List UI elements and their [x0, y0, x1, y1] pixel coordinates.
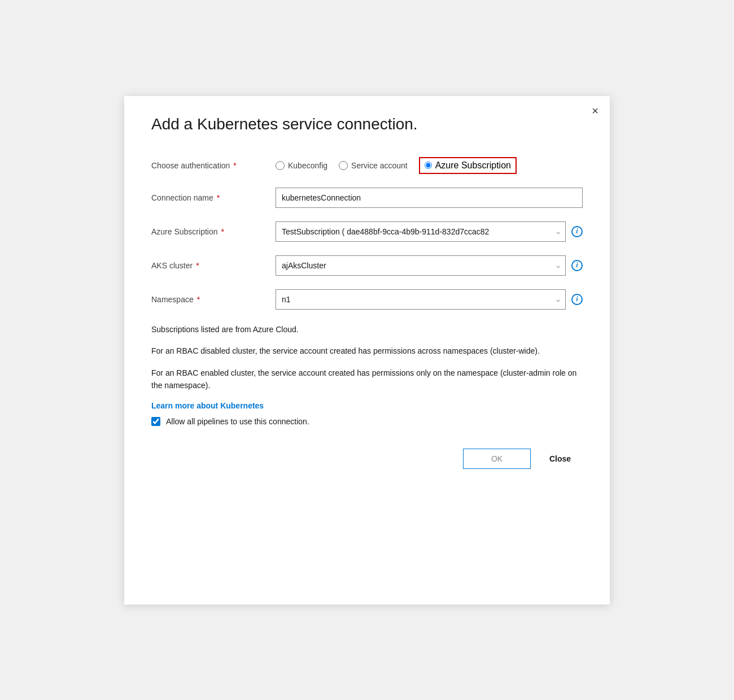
connection-name-input[interactable]	[276, 188, 583, 208]
dialog-footer: OK Close	[151, 449, 583, 469]
radio-group: Kubeconfig Service account Azure Subscri…	[276, 157, 517, 174]
connection-name-area	[276, 188, 583, 208]
allow-pipelines-checkbox[interactable]	[151, 417, 160, 426]
connection-name-label: Connection name *	[151, 193, 276, 202]
info-section: Subscriptions listed are from Azure Clou…	[151, 323, 583, 392]
radio-service-account-label: Service account	[351, 161, 408, 170]
aks-cluster-info-icon[interactable]: i	[571, 260, 583, 271]
close-icon[interactable]: ×	[592, 105, 598, 116]
rbac-enabled-text: For an RBAC enabled cluster, the service…	[151, 367, 583, 392]
aks-cluster-select[interactable]: ajAksCluster	[276, 255, 566, 276]
radio-service-account-input[interactable]	[339, 161, 348, 170]
auth-options-area: Kubeconfig Service account Azure Subscri…	[276, 157, 583, 174]
aks-cluster-select-wrapper: ajAksCluster ⌵	[276, 255, 566, 276]
namespace-area: n1 ⌵ i	[276, 289, 583, 310]
aks-cluster-area: ajAksCluster ⌵ i	[276, 255, 583, 276]
radio-azure-subscription-label: Azure Subscription	[435, 160, 511, 171]
aks-cluster-row: AKS cluster * ajAksCluster ⌵ i	[151, 255, 583, 276]
auth-row: Choose authentication * Kubeconfig Servi…	[151, 157, 583, 174]
azure-subscription-select[interactable]: TestSubscription ( dae488bf-9cca-4b9b-91…	[276, 221, 566, 242]
radio-service-account[interactable]: Service account	[339, 161, 408, 170]
connection-name-required-star: *	[217, 193, 220, 202]
azure-subscription-label: Azure Subscription *	[151, 227, 276, 236]
azure-subscription-area: TestSubscription ( dae488bf-9cca-4b9b-91…	[276, 221, 583, 242]
radio-kubeconfig-input[interactable]	[276, 161, 285, 170]
ok-button[interactable]: OK	[463, 449, 531, 469]
aks-cluster-required-star: *	[196, 261, 199, 270]
dialog-container: × Add a Kubernetes service connection. C…	[124, 96, 610, 605]
azure-subscription-row: Azure Subscription * TestSubscription ( …	[151, 221, 583, 242]
form-section: Choose authentication * Kubeconfig Servi…	[151, 157, 583, 310]
radio-kubeconfig-label: Kubeconfig	[288, 161, 327, 170]
azure-subscription-info-icon[interactable]: i	[571, 226, 583, 237]
namespace-row: Namespace * n1 ⌵ i	[151, 289, 583, 310]
azure-subscription-select-wrapper: TestSubscription ( dae488bf-9cca-4b9b-91…	[276, 221, 566, 242]
allow-pipelines-row: Allow all pipelines to use this connecti…	[151, 417, 583, 426]
subscriptions-note: Subscriptions listed are from Azure Clou…	[151, 323, 583, 336]
namespace-label: Namespace *	[151, 295, 276, 304]
namespace-select[interactable]: n1	[276, 289, 566, 310]
radio-kubeconfig[interactable]: Kubeconfig	[276, 161, 327, 170]
azure-subscription-required-star: *	[221, 227, 224, 236]
auth-required-star: *	[233, 161, 236, 170]
namespace-info-icon[interactable]: i	[571, 294, 583, 305]
learn-more-link[interactable]: Learn more about Kubernetes	[151, 401, 264, 410]
namespace-select-wrapper: n1 ⌵	[276, 289, 566, 310]
connection-name-row: Connection name *	[151, 188, 583, 208]
namespace-required-star: *	[197, 295, 200, 304]
auth-label: Choose authentication *	[151, 161, 276, 170]
aks-cluster-label: AKS cluster *	[151, 261, 276, 270]
radio-azure-subscription-input[interactable]	[425, 162, 432, 169]
dialog-title: Add a Kubernetes service connection.	[151, 114, 583, 134]
allow-pipelines-label: Allow all pipelines to use this connecti…	[166, 417, 309, 426]
radio-azure-subscription-wrapper[interactable]: Azure Subscription	[419, 157, 517, 174]
close-button[interactable]: Close	[538, 449, 583, 469]
rbac-disabled-text: For an RBAC disabled cluster, the servic…	[151, 345, 583, 357]
